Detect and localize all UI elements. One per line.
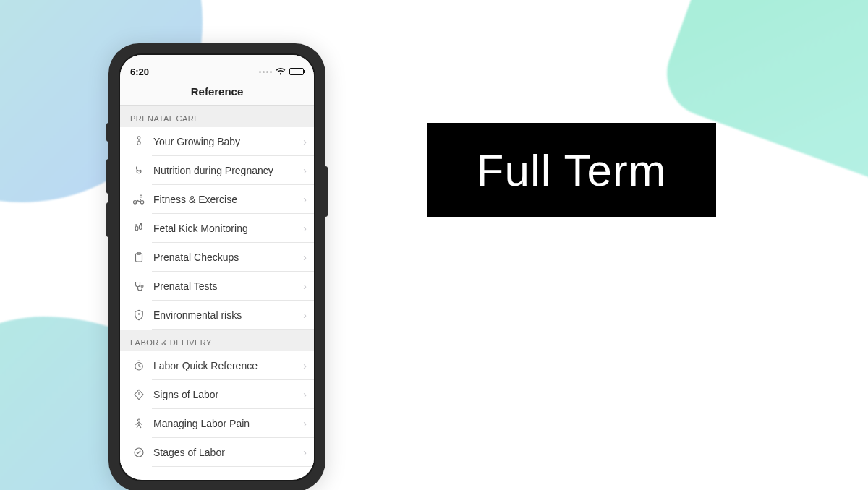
chevron-right-icon: ›: [303, 223, 307, 234]
svg-point-2: [135, 226, 138, 231]
baby-icon: [130, 135, 148, 148]
svg-point-0: [137, 137, 140, 139]
chevron-right-icon: ›: [303, 136, 307, 147]
svg-point-5: [140, 223, 142, 225]
clipboard-icon: [130, 251, 148, 264]
row-signs-labor[interactable]: Signs of Labor ›: [120, 380, 314, 409]
wifi-icon: [276, 68, 286, 75]
app-name-badge: Full Term: [427, 123, 716, 217]
app-name-text: Full Term: [477, 145, 667, 196]
row-label: Fetal Kick Monitoring: [148, 223, 303, 234]
svg-point-10: [138, 419, 140, 421]
row-checkups[interactable]: Prenatal Checkups ›: [120, 243, 314, 272]
row-tests[interactable]: Prenatal Tests ›: [120, 272, 314, 301]
row-labor-quick-ref[interactable]: Labor Quick Reference ›: [120, 351, 314, 380]
mute-switch: [106, 123, 109, 142]
chevron-right-icon: ›: [303, 280, 307, 292]
svg-point-4: [136, 225, 137, 226]
meditation-icon: [130, 417, 148, 430]
row-stages-labor[interactable]: Stages of Labor ›: [120, 438, 314, 467]
phone-screen: 6:20 Reference PRENATAL CARE Your Growin…: [120, 55, 314, 480]
nutrition-icon: [130, 164, 148, 177]
row-your-growing-baby[interactable]: Your Growing Baby ›: [120, 127, 314, 156]
svg-point-3: [139, 225, 142, 230]
phone-frame: 6:20 Reference PRENATAL CARE Your Growin…: [109, 43, 326, 490]
svg-point-1: [140, 195, 142, 197]
row-label: Your Growing Baby: [148, 136, 303, 147]
status-bar: 6:20: [120, 55, 314, 81]
volume-up-button: [106, 159, 109, 194]
stethoscope-icon: [130, 280, 148, 293]
row-label: Prenatal Tests: [148, 280, 303, 292]
section-header-prenatal: PRENATAL CARE: [120, 106, 314, 127]
clock-icon: [130, 359, 148, 372]
row-env-risks[interactable]: Environmental risks ›: [120, 301, 314, 330]
stages-icon: [130, 446, 148, 459]
row-label: Stages of Labor: [148, 447, 303, 458]
chevron-right-icon: ›: [303, 360, 307, 371]
battery-icon: [289, 68, 304, 75]
section-header-labor: LABOR & DELIVERY: [120, 330, 314, 351]
row-nutrition[interactable]: Nutrition during Pregnancy ›: [120, 156, 314, 185]
chevron-right-icon: ›: [303, 447, 307, 458]
cell-signal-icon: [259, 71, 272, 73]
chevron-right-icon: ›: [303, 194, 307, 205]
row-label: Signs of Labor: [148, 389, 303, 400]
row-label: Environmental risks: [148, 309, 303, 321]
power-button: [325, 166, 328, 217]
footprints-icon: [130, 222, 148, 235]
row-fitness[interactable]: Fitness & Exercise ›: [120, 185, 314, 214]
row-label: Managing Labor Pain: [148, 418, 303, 429]
volume-down-button: [106, 202, 109, 237]
row-label: Labor Quick Reference: [148, 360, 303, 371]
nav-title: Reference: [120, 81, 314, 106]
row-label: Prenatal Checkups: [148, 252, 303, 263]
row-label: Fitness & Exercise: [148, 194, 303, 205]
chevron-right-icon: ›: [303, 309, 307, 321]
fitness-icon: [130, 193, 148, 206]
row-labor-pain[interactable]: Managing Labor Pain ›: [120, 409, 314, 438]
chevron-right-icon: ›: [303, 165, 307, 176]
svg-point-8: [141, 285, 143, 288]
row-label: Nutrition during Pregnancy: [148, 165, 303, 176]
status-right: [259, 68, 304, 75]
chevron-right-icon: ›: [303, 389, 307, 400]
chevron-right-icon: ›: [303, 418, 307, 429]
diamond-warning-icon: [130, 388, 148, 401]
chevron-right-icon: ›: [303, 252, 307, 263]
status-time: 6:20: [130, 66, 149, 77]
shield-warning-icon: [130, 309, 148, 322]
row-fetal-kick[interactable]: Fetal Kick Monitoring ›: [120, 214, 314, 243]
